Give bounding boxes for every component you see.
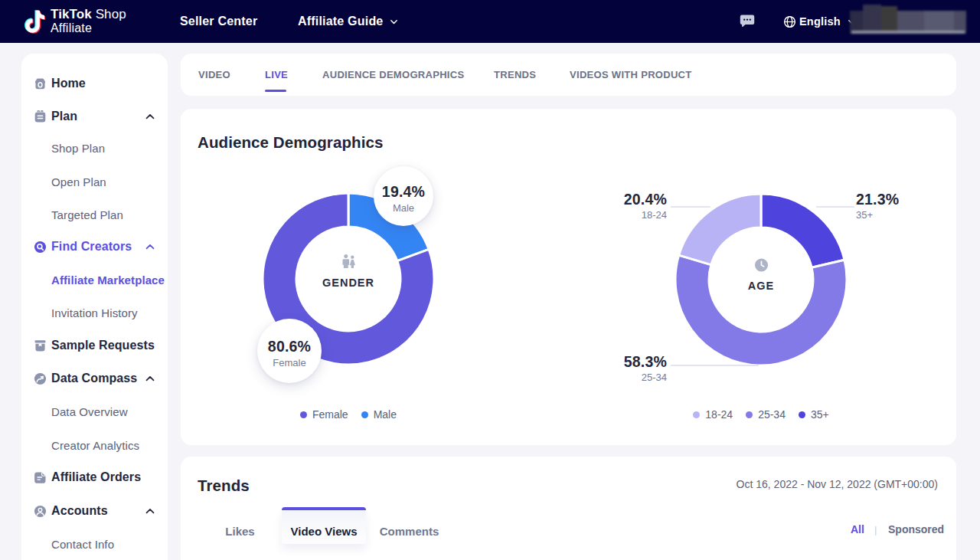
age-18-24-label: 20.4% 18-24 [582, 191, 667, 221]
trends-tab-video-views[interactable]: Video Views [282, 516, 366, 546]
gender-people-icon [341, 254, 356, 270]
trends-date-range: Oct 16, 2022 - Nov 12, 2022 (GMT+00:00) [737, 478, 938, 490]
gender-legend: Female Male [256, 408, 440, 421]
age-25-34-percentage: 58.3% [582, 353, 667, 370]
language-selector[interactable]: English [783, 0, 856, 43]
sidebar-item-plan[interactable]: Plan [21, 105, 168, 128]
legend-item-25-34[interactable]: 25-34 [746, 408, 786, 421]
brand-tiktok: TikTok [51, 7, 92, 21]
sidebar-item-targeted-plan[interactable]: Targeted Plan [21, 203, 168, 226]
sidebar: Home Plan Shop Plan Open Plan Targeted P… [21, 54, 168, 560]
blur-block [851, 31, 965, 34]
legend-item-female[interactable]: Female [300, 408, 348, 421]
chevron-up-icon [145, 375, 155, 382]
age-25-34-label: 58.3% 25-34 [582, 353, 667, 383]
age-center-label: AGE [707, 280, 815, 292]
gender-donut-center: GENDER [295, 254, 402, 289]
analytics-tabs-bar: VIDEO LIVE AUDIENCE DEMOGRAPHICS TRENDS … [181, 54, 956, 96]
sidebar-item-sample-requests[interactable]: Sample Requests [21, 334, 168, 357]
male-percentage: 19.4% [382, 183, 425, 200]
age-18-24-legend-dot [693, 411, 700, 418]
trends-tab-comments[interactable]: Comments [377, 516, 442, 546]
tab-video[interactable]: VIDEO [198, 54, 230, 96]
male-legend-dot [361, 411, 368, 418]
age-35plus-percentage: 21.3% [856, 191, 941, 208]
affiliate-orders-icon [34, 471, 47, 484]
female-label: Female [273, 357, 305, 368]
chevron-up-icon [145, 244, 155, 250]
sidebar-item-find-creators[interactable]: Find Creators [21, 235, 168, 258]
age-25-34-range: 25-34 [582, 372, 667, 383]
trends-tab-likes[interactable]: Likes [219, 516, 261, 546]
trends-title: Trends [198, 476, 250, 495]
sidebar-item-invitation-history[interactable]: Invitation History [21, 301, 168, 324]
age-25-34-legend-dot [746, 411, 753, 418]
chevron-up-icon [145, 113, 155, 120]
brand-text: TikTok Shop Affiliate [51, 8, 126, 34]
sidebar-item-home[interactable]: Home [21, 72, 168, 95]
female-legend-dot [300, 411, 307, 418]
age-35plus-label: 21.3% 35+ [856, 191, 941, 221]
brand-shop: Shop [96, 7, 126, 21]
gender-center-label: GENDER [295, 277, 402, 289]
brand-line: TikTok Shop [51, 8, 126, 21]
age-18-24-percentage: 20.4% [582, 191, 667, 208]
blur-block [863, 5, 881, 34]
sidebar-item-creator-analytics[interactable]: Creator Analytics [21, 434, 168, 457]
female-percentage-bubble: 80.6% Female [257, 319, 322, 383]
legend-item-35plus[interactable]: 35+ [799, 408, 829, 421]
tab-videos-with-product[interactable]: VIDEOS WITH PRODUCT [570, 54, 692, 96]
sample-requests-icon [34, 339, 47, 352]
nav-affiliate-guide[interactable]: Affiliate Guide [298, 0, 398, 43]
sidebar-item-open-plan[interactable]: Open Plan [21, 170, 168, 193]
user-info-blurred [850, 5, 966, 34]
tab-trends[interactable]: TRENDS [494, 54, 536, 96]
audience-demographics-card: Audience Demographics GENDER 19.4% Male … [181, 109, 956, 445]
legend-item-male[interactable]: Male [361, 408, 397, 421]
chevron-down-icon [390, 18, 398, 26]
male-percentage-bubble: 19.4% Male [374, 166, 433, 226]
tiktok-shop-affiliate-logo[interactable]: TikTok Shop Affiliate [24, 8, 126, 34]
tab-audience-demographics[interactable]: AUDIENCE DEMOGRAPHICS [322, 54, 464, 96]
male-label: Male [393, 202, 414, 214]
trends-card: Trends Oct 16, 2022 - Nov 12, 2022 (GMT+… [181, 457, 956, 560]
legend-item-18-24[interactable]: 18-24 [693, 408, 733, 421]
accounts-icon [34, 505, 47, 518]
plan-icon [34, 110, 47, 123]
trends-filter-sponsored[interactable]: Sponsored [888, 523, 944, 535]
top-header: TikTok Shop Affiliate Seller Center Affi… [0, 0, 980, 43]
sidebar-item-accounts[interactable]: Accounts [21, 499, 168, 522]
sidebar-item-data-overview[interactable]: Data Overview [21, 400, 168, 423]
blur-block [881, 6, 897, 34]
active-tab-underline [265, 90, 286, 92]
globe-icon [783, 15, 796, 28]
age-18-24-range: 18-24 [582, 209, 667, 221]
find-creators-icon [34, 241, 47, 254]
home-icon [34, 77, 47, 90]
age-35plus-range: 35+ [856, 209, 941, 221]
clock-icon [754, 257, 769, 273]
sidebar-item-affiliate-orders[interactable]: Affiliate Orders [21, 466, 168, 489]
sidebar-item-contact-info[interactable]: Contact Info [21, 532, 168, 555]
sidebar-item-shop-plan[interactable]: Shop Plan [21, 136, 168, 159]
tiktok-logo-icon [24, 9, 45, 34]
age-18-24-callout-line [671, 206, 710, 208]
brand-affiliate: Affiliate [51, 22, 126, 34]
sidebar-item-data-compass[interactable]: Data Compass [21, 367, 168, 390]
chat-icon[interactable] [740, 13, 755, 28]
chevron-up-icon [145, 508, 155, 514]
language-label: English [799, 15, 841, 28]
sidebar-item-affiliate-marketplace[interactable]: Affiliate Marketplace [21, 268, 168, 291]
trends-filter-divider: | [874, 524, 877, 535]
female-percentage: 80.6% [268, 338, 311, 355]
age-35plus-legend-dot [799, 411, 805, 418]
age-legend: 18-24 25-34 35+ [669, 408, 853, 421]
data-compass-icon [34, 372, 47, 385]
trends-filter-all[interactable]: All [851, 523, 864, 535]
age-donut-center: AGE [707, 257, 815, 292]
demographics-title: Audience Demographics [198, 133, 383, 152]
age-35plus-callout-line [816, 206, 854, 208]
nav-seller-center[interactable]: Seller Center [180, 0, 257, 43]
age-25-34-callout-line [671, 365, 759, 366]
